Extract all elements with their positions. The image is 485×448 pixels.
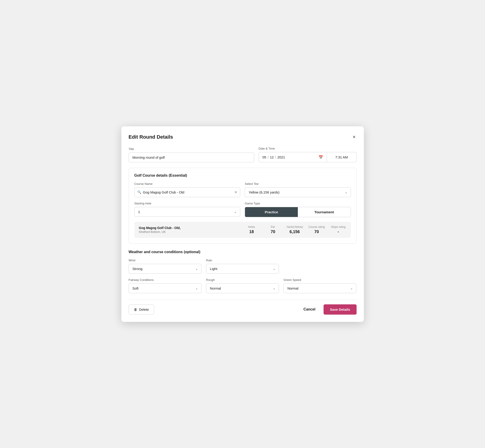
green-speed-group: Green Speed SlowNormalFast ⌄ (283, 278, 356, 293)
golf-course-section: Golf Course details (Essential) Course N… (129, 168, 356, 244)
yards-value: 6,156 (286, 230, 303, 234)
practice-button[interactable]: Practice (245, 207, 298, 217)
par-stat: Par 70 (265, 225, 281, 234)
sep1: / (267, 155, 268, 159)
save-button[interactable]: Save Details (323, 304, 356, 315)
fairway-dropdown[interactable]: SoftNormalHard (129, 284, 201, 293)
calendar-icon: 📅 (319, 155, 323, 159)
slope-rating-value: - (330, 230, 346, 234)
title-label: Title (129, 147, 254, 151)
course-rating-value: 70 (308, 230, 325, 234)
trash-icon: 🗑 (134, 308, 137, 312)
title-input[interactable] (129, 152, 254, 162)
delete-button[interactable]: 🗑 Delete (129, 304, 154, 314)
select-tee-wrapper: Yellow (6,156 yards) White Red Blue ⌄ (245, 187, 351, 197)
datetime-inputs: 05 / 12 / 2021 📅 7:31 AM (259, 152, 356, 162)
clear-icon[interactable]: ✕ (234, 190, 237, 194)
modal-header: Edit Round Details × (129, 134, 356, 140)
wind-label: Wind (129, 259, 202, 262)
delete-label: Delete (139, 308, 149, 312)
golf-section-title: Golf Course details (Essential) (134, 174, 351, 177)
fairway-label: Fairway Conditions (129, 278, 202, 282)
fairway-group: Fairway Conditions SoftNormalHard ⌄ (129, 278, 202, 293)
wind-dropdown[interactable]: NoneLightModerateStrong (129, 264, 201, 273)
select-tee-group: Select Tee Yellow (6,156 yards) White Re… (245, 182, 351, 197)
wind-wrapper: NoneLightModerateStrong ⌄ (129, 264, 202, 274)
course-rating-stat: Course rating 70 (308, 225, 325, 234)
starting-hole-wrapper: 123 456 78910 ⌄ (134, 207, 241, 217)
rain-dropdown[interactable]: NoneLightModerateHeavy (206, 264, 279, 273)
select-tee-label: Select Tee (245, 182, 351, 185)
date-part[interactable]: 05 / 12 / 2021 📅 (259, 152, 327, 162)
course-info-location: Shelford Bottom, UK (139, 230, 238, 233)
edit-round-modal: Edit Round Details × Title Date & Time 0… (121, 126, 364, 322)
select-tee-dropdown[interactable]: Yellow (6,156 yards) White Red Blue (245, 188, 351, 197)
green-speed-dropdown[interactable]: SlowNormalFast (284, 284, 356, 293)
starting-hole-dropdown[interactable]: 123 456 78910 (135, 207, 240, 216)
close-button[interactable]: × (352, 134, 356, 140)
wind-rain-row: Wind NoneLightModerateStrong ⌄ Rain None… (129, 259, 356, 274)
rough-label: Rough (206, 278, 279, 282)
game-type-toggle: Practice Tournament (245, 207, 351, 217)
course-rating-label: Course rating (308, 225, 325, 229)
course-info-name-main: Gog Magog Golf Club - Old, (139, 226, 238, 230)
time-part[interactable]: 7:31 AM (327, 152, 356, 162)
footer-row: 🗑 Delete Cancel Save Details (129, 300, 356, 315)
rough-group: Rough ShortNormalLong ⌄ (206, 278, 279, 293)
title-datetime-row: Title Date & Time 05 / 12 / 2021 📅 7:31 … (129, 147, 356, 162)
title-field-group: Title (129, 147, 254, 162)
yards-label: Yards(Yellow) (286, 225, 303, 229)
rough-wrapper: ShortNormalLong ⌄ (206, 283, 279, 293)
green-speed-label: Green Speed (283, 278, 356, 282)
cancel-button[interactable]: Cancel (300, 304, 319, 314)
footer-right: Cancel Save Details (300, 304, 356, 315)
wind-group: Wind NoneLightModerateStrong ⌄ (129, 259, 202, 274)
holes-value: 18 (244, 230, 259, 234)
course-name-wrapper: 🔍 ✕ (134, 187, 241, 197)
hole-gametype-row: Starting Hole 123 456 78910 ⌄ Game Type … (134, 202, 351, 217)
rough-dropdown[interactable]: ShortNormalLong (206, 284, 279, 293)
sep2: / (275, 155, 276, 159)
par-value: 70 (265, 230, 281, 234)
course-info-name: Gog Magog Golf Club - Old, Shelford Bott… (139, 226, 238, 233)
game-type-group: Game Type Practice Tournament (245, 202, 351, 217)
slope-rating-stat: Slope rating - (330, 225, 346, 234)
starting-hole-label: Starting Hole (134, 202, 241, 205)
holes-stat: Holes 18 (244, 225, 259, 234)
tournament-button[interactable]: Tournament (298, 207, 351, 217)
weather-section: Weather and course conditions (optional)… (129, 250, 356, 293)
time-value: 7:31 AM (335, 155, 348, 159)
fairway-wrapper: SoftNormalHard ⌄ (129, 283, 202, 293)
course-tee-row: Course Name 🔍 ✕ Select Tee Yellow (6,156… (134, 182, 351, 197)
weather-section-title: Weather and course conditions (optional) (129, 250, 356, 254)
course-info-bar: Gog Magog Golf Club - Old, Shelford Bott… (134, 222, 351, 238)
day-value: 12 (270, 155, 274, 159)
search-icon: 🔍 (137, 190, 141, 194)
rain-group: Rain NoneLightModerateHeavy ⌄ (206, 259, 279, 274)
course-name-input[interactable] (143, 188, 234, 197)
modal-title: Edit Round Details (129, 134, 173, 140)
holes-label: Holes (244, 225, 259, 229)
month-value: 05 (263, 155, 267, 159)
slope-rating-label: Slope rating (330, 225, 346, 229)
course-name-group: Course Name 🔍 ✕ (134, 182, 241, 197)
datetime-label: Date & Time (259, 147, 356, 150)
fairway-rough-green-row: Fairway Conditions SoftNormalHard ⌄ Roug… (129, 278, 356, 293)
course-name-label: Course Name (134, 182, 241, 185)
game-type-label: Game Type (245, 202, 351, 205)
green-speed-wrapper: SlowNormalFast ⌄ (283, 283, 356, 293)
rain-wrapper: NoneLightModerateHeavy ⌄ (206, 264, 279, 274)
yards-stat: Yards(Yellow) 6,156 (286, 225, 303, 234)
starting-hole-group: Starting Hole 123 456 78910 ⌄ (134, 202, 241, 217)
year-value: 2021 (277, 155, 285, 159)
rain-label: Rain (206, 259, 279, 262)
datetime-field-group: Date & Time 05 / 12 / 2021 📅 7:31 AM (259, 147, 356, 162)
par-label: Par (265, 225, 281, 229)
